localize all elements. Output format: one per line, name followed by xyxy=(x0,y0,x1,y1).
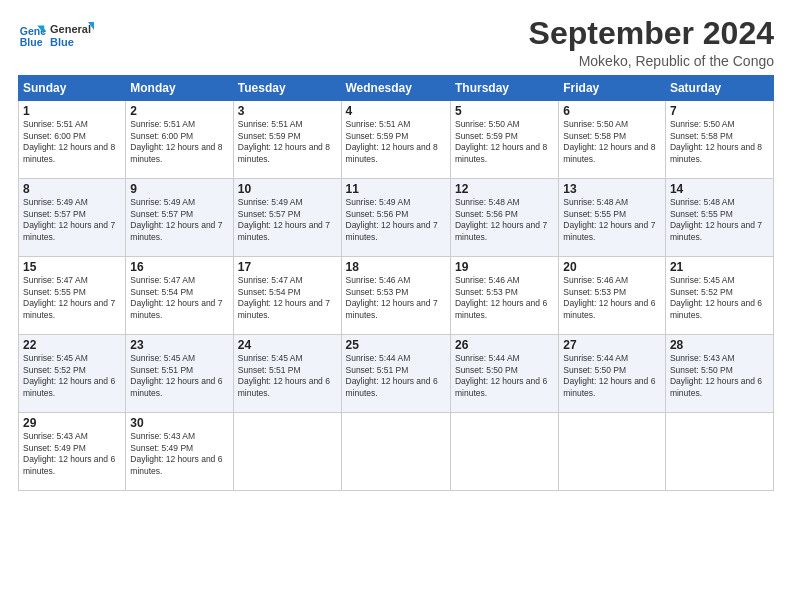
day-number: 22 xyxy=(23,338,121,352)
day-number: 26 xyxy=(455,338,554,352)
calendar-cell: 15Sunrise: 5:47 AMSunset: 5:55 PMDayligh… xyxy=(19,257,126,335)
calendar-cell: 5Sunrise: 5:50 AMSunset: 5:59 PMDaylight… xyxy=(450,101,558,179)
day-number: 23 xyxy=(130,338,228,352)
day-number: 8 xyxy=(23,182,121,196)
svg-text:Blue: Blue xyxy=(50,36,74,48)
calendar-cell: 25Sunrise: 5:44 AMSunset: 5:51 PMDayligh… xyxy=(341,335,450,413)
day-number: 11 xyxy=(346,182,446,196)
calendar-cell xyxy=(665,413,773,491)
weekday-header-friday: Friday xyxy=(559,76,666,101)
day-number: 10 xyxy=(238,182,337,196)
calendar-cell: 17Sunrise: 5:47 AMSunset: 5:54 PMDayligh… xyxy=(233,257,341,335)
calendar-cell: 2Sunrise: 5:51 AMSunset: 6:00 PMDaylight… xyxy=(126,101,233,179)
calendar-cell: 26Sunrise: 5:44 AMSunset: 5:50 PMDayligh… xyxy=(450,335,558,413)
calendar-week-row: 22Sunrise: 5:45 AMSunset: 5:52 PMDayligh… xyxy=(19,335,774,413)
location-subtitle: Mokeko, Republic of the Congo xyxy=(529,53,774,69)
weekday-header-sunday: Sunday xyxy=(19,76,126,101)
weekday-header-tuesday: Tuesday xyxy=(233,76,341,101)
calendar-cell: 3Sunrise: 5:51 AMSunset: 5:59 PMDaylight… xyxy=(233,101,341,179)
calendar-cell: 13Sunrise: 5:48 AMSunset: 5:55 PMDayligh… xyxy=(559,179,666,257)
day-detail: Sunrise: 5:49 AMSunset: 5:56 PMDaylight:… xyxy=(346,197,446,243)
weekday-header-thursday: Thursday xyxy=(450,76,558,101)
day-number: 27 xyxy=(563,338,661,352)
day-detail: Sunrise: 5:49 AMSunset: 5:57 PMDaylight:… xyxy=(130,197,228,243)
day-detail: Sunrise: 5:47 AMSunset: 5:54 PMDaylight:… xyxy=(130,275,228,321)
calendar-cell: 30Sunrise: 5:43 AMSunset: 5:49 PMDayligh… xyxy=(126,413,233,491)
logo-icon: General Blue xyxy=(18,22,46,50)
day-detail: Sunrise: 5:47 AMSunset: 5:54 PMDaylight:… xyxy=(238,275,337,321)
month-title: September 2024 xyxy=(529,16,774,51)
day-detail: Sunrise: 5:45 AMSunset: 5:52 PMDaylight:… xyxy=(670,275,769,321)
calendar-week-row: 15Sunrise: 5:47 AMSunset: 5:55 PMDayligh… xyxy=(19,257,774,335)
weekday-header-row: SundayMondayTuesdayWednesdayThursdayFrid… xyxy=(19,76,774,101)
calendar-cell: 6Sunrise: 5:50 AMSunset: 5:58 PMDaylight… xyxy=(559,101,666,179)
day-detail: Sunrise: 5:50 AMSunset: 5:58 PMDaylight:… xyxy=(563,119,661,165)
day-detail: Sunrise: 5:51 AMSunset: 6:00 PMDaylight:… xyxy=(130,119,228,165)
day-detail: Sunrise: 5:47 AMSunset: 5:55 PMDaylight:… xyxy=(23,275,121,321)
day-detail: Sunrise: 5:44 AMSunset: 5:51 PMDaylight:… xyxy=(346,353,446,399)
day-detail: Sunrise: 5:48 AMSunset: 5:56 PMDaylight:… xyxy=(455,197,554,243)
weekday-header-saturday: Saturday xyxy=(665,76,773,101)
calendar-page: General Blue General Blue September 2024… xyxy=(0,0,792,612)
day-detail: Sunrise: 5:45 AMSunset: 5:51 PMDaylight:… xyxy=(130,353,228,399)
header: General Blue General Blue September 2024… xyxy=(18,16,774,69)
day-detail: Sunrise: 5:48 AMSunset: 5:55 PMDaylight:… xyxy=(563,197,661,243)
calendar-cell: 19Sunrise: 5:46 AMSunset: 5:53 PMDayligh… xyxy=(450,257,558,335)
day-number: 25 xyxy=(346,338,446,352)
calendar-cell: 21Sunrise: 5:45 AMSunset: 5:52 PMDayligh… xyxy=(665,257,773,335)
calendar-cell: 20Sunrise: 5:46 AMSunset: 5:53 PMDayligh… xyxy=(559,257,666,335)
calendar-cell: 28Sunrise: 5:43 AMSunset: 5:50 PMDayligh… xyxy=(665,335,773,413)
svg-text:General: General xyxy=(50,23,91,35)
day-detail: Sunrise: 5:51 AMSunset: 5:59 PMDaylight:… xyxy=(346,119,446,165)
calendar-cell xyxy=(233,413,341,491)
calendar-week-row: 8Sunrise: 5:49 AMSunset: 5:57 PMDaylight… xyxy=(19,179,774,257)
calendar-table: SundayMondayTuesdayWednesdayThursdayFrid… xyxy=(18,75,774,491)
calendar-cell xyxy=(341,413,450,491)
calendar-cell: 24Sunrise: 5:45 AMSunset: 5:51 PMDayligh… xyxy=(233,335,341,413)
day-detail: Sunrise: 5:43 AMSunset: 5:50 PMDaylight:… xyxy=(670,353,769,399)
day-detail: Sunrise: 5:43 AMSunset: 5:49 PMDaylight:… xyxy=(23,431,121,477)
day-number: 3 xyxy=(238,104,337,118)
day-number: 14 xyxy=(670,182,769,196)
day-number: 17 xyxy=(238,260,337,274)
day-detail: Sunrise: 5:46 AMSunset: 5:53 PMDaylight:… xyxy=(563,275,661,321)
day-number: 20 xyxy=(563,260,661,274)
day-number: 4 xyxy=(346,104,446,118)
calendar-cell: 16Sunrise: 5:47 AMSunset: 5:54 PMDayligh… xyxy=(126,257,233,335)
day-number: 15 xyxy=(23,260,121,274)
day-detail: Sunrise: 5:51 AMSunset: 6:00 PMDaylight:… xyxy=(23,119,121,165)
calendar-cell xyxy=(559,413,666,491)
day-number: 12 xyxy=(455,182,554,196)
day-number: 18 xyxy=(346,260,446,274)
day-detail: Sunrise: 5:45 AMSunset: 5:51 PMDaylight:… xyxy=(238,353,337,399)
day-detail: Sunrise: 5:44 AMSunset: 5:50 PMDaylight:… xyxy=(455,353,554,399)
calendar-cell: 10Sunrise: 5:49 AMSunset: 5:57 PMDayligh… xyxy=(233,179,341,257)
day-detail: Sunrise: 5:51 AMSunset: 5:59 PMDaylight:… xyxy=(238,119,337,165)
calendar-body: 1Sunrise: 5:51 AMSunset: 6:00 PMDaylight… xyxy=(19,101,774,491)
calendar-cell: 7Sunrise: 5:50 AMSunset: 5:58 PMDaylight… xyxy=(665,101,773,179)
day-number: 24 xyxy=(238,338,337,352)
day-number: 21 xyxy=(670,260,769,274)
day-number: 1 xyxy=(23,104,121,118)
calendar-cell: 12Sunrise: 5:48 AMSunset: 5:56 PMDayligh… xyxy=(450,179,558,257)
day-detail: Sunrise: 5:50 AMSunset: 5:59 PMDaylight:… xyxy=(455,119,554,165)
calendar-cell: 8Sunrise: 5:49 AMSunset: 5:57 PMDaylight… xyxy=(19,179,126,257)
calendar-cell: 1Sunrise: 5:51 AMSunset: 6:00 PMDaylight… xyxy=(19,101,126,179)
day-detail: Sunrise: 5:43 AMSunset: 5:49 PMDaylight:… xyxy=(130,431,228,477)
calendar-cell: 9Sunrise: 5:49 AMSunset: 5:57 PMDaylight… xyxy=(126,179,233,257)
day-number: 19 xyxy=(455,260,554,274)
calendar-week-row: 29Sunrise: 5:43 AMSunset: 5:49 PMDayligh… xyxy=(19,413,774,491)
day-detail: Sunrise: 5:46 AMSunset: 5:53 PMDaylight:… xyxy=(346,275,446,321)
calendar-cell: 23Sunrise: 5:45 AMSunset: 5:51 PMDayligh… xyxy=(126,335,233,413)
logo: General Blue General Blue xyxy=(18,20,94,52)
day-number: 5 xyxy=(455,104,554,118)
day-detail: Sunrise: 5:44 AMSunset: 5:50 PMDaylight:… xyxy=(563,353,661,399)
day-detail: Sunrise: 5:48 AMSunset: 5:55 PMDaylight:… xyxy=(670,197,769,243)
day-number: 16 xyxy=(130,260,228,274)
day-detail: Sunrise: 5:46 AMSunset: 5:53 PMDaylight:… xyxy=(455,275,554,321)
day-number: 7 xyxy=(670,104,769,118)
day-number: 30 xyxy=(130,416,228,430)
day-detail: Sunrise: 5:49 AMSunset: 5:57 PMDaylight:… xyxy=(238,197,337,243)
day-number: 28 xyxy=(670,338,769,352)
day-detail: Sunrise: 5:45 AMSunset: 5:52 PMDaylight:… xyxy=(23,353,121,399)
